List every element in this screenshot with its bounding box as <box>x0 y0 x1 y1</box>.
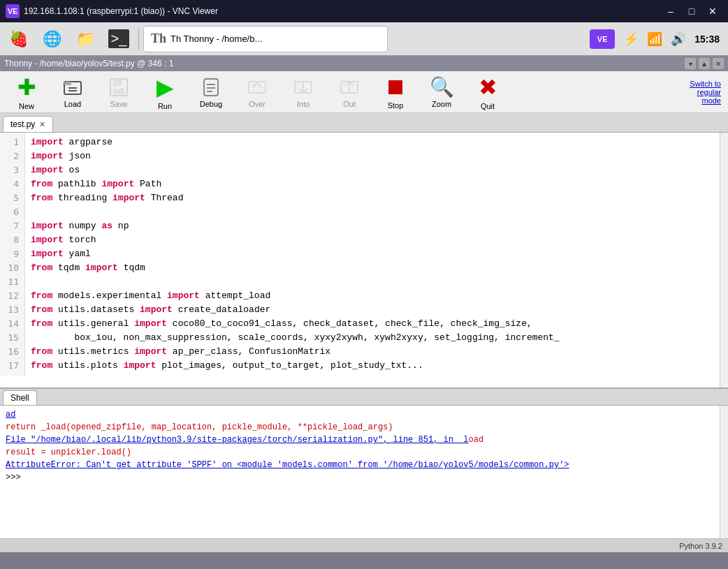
thonny-label: Th Thonny - /home/b... <box>170 34 262 44</box>
shell-prompt: >>> <box>6 473 21 482</box>
volume-icon: 🔊 <box>671 31 686 47</box>
stop-button[interactable]: ⏹ Stop <box>373 74 418 110</box>
app-titlebar-controls: ▾ ▲ ✕ <box>685 58 724 69</box>
run-button[interactable]: ▶ Run <box>143 74 187 110</box>
taskbar-folder[interactable]: 📁 <box>70 25 101 53</box>
new-button[interactable]: ✚ New <box>4 74 49 110</box>
toolbar: ✚ New Load Save ▶ Run <box>0 71 728 113</box>
status-bar: Python 3.9.2 <box>0 538 728 552</box>
into-label: Into <box>297 100 310 108</box>
load-button[interactable]: Load <box>50 74 95 110</box>
new-icon: ✚ <box>17 74 36 101</box>
shell-line-1: ad <box>6 408 722 421</box>
app-minimize-button[interactable]: ▾ <box>685 58 696 69</box>
out-button[interactable]: Out <box>327 74 372 110</box>
title-bar: VE 192.168.1.108:1 (raspberrypi:1 (biao)… <box>0 0 728 22</box>
into-button[interactable]: Into <box>281 74 326 110</box>
close-button[interactable]: ✕ <box>703 1 722 21</box>
maximize-button[interactable]: □ <box>682 1 701 21</box>
folder-icon: 📁 <box>76 30 95 48</box>
line-numbers: 12345 678910 1112131415 1617 <box>0 133 25 376</box>
switch-mode[interactable]: Switch to regular mode <box>687 77 724 108</box>
taskbar-thonny[interactable]: Th Th Thonny - /home/b... <box>143 26 388 52</box>
shell-content[interactable]: ad return _load(opened_zipfile, map_loca… <box>0 406 728 538</box>
shell-scrollbar-v[interactable] <box>720 406 728 538</box>
run-label: Run <box>158 102 172 110</box>
shell-line-6: >>> <box>6 471 722 484</box>
into-icon <box>292 76 314 98</box>
app-titlebar: Thonny - /home/biao/yolov5/test.py @ 346… <box>0 56 728 71</box>
thonny-th-icon: Th <box>151 31 166 46</box>
editor-tab-label: test.py <box>10 119 35 129</box>
save-button[interactable]: Save <box>96 74 141 110</box>
zoom-icon: 🔍 <box>430 75 454 98</box>
editor-tab-bar: test.py ✕ <box>0 113 728 133</box>
svg-rect-6 <box>113 89 124 94</box>
taskbar-time: 15:38 <box>694 34 720 45</box>
svg-rect-1 <box>64 82 71 85</box>
new-label: New <box>19 102 34 110</box>
debug-icon <box>200 76 222 98</box>
over-icon <box>246 76 268 98</box>
shell-line-2: return _load(opened_zipfile, map_locatio… <box>6 421 722 434</box>
out-icon <box>338 76 361 98</box>
bluetooth-icon: ⚡ <box>623 31 639 47</box>
shell-line-4: result = unpickler.load() <box>6 446 722 459</box>
shell-tab[interactable]: Shell <box>3 390 37 405</box>
app-title: Thonny - /home/biao/yolov5/test.py @ 346… <box>4 59 173 68</box>
load-label: Load <box>64 100 81 108</box>
load-icon <box>61 76 84 98</box>
raspberry-icon: 🍓 <box>9 30 28 48</box>
title-bar-controls: – □ ✕ <box>661 1 722 21</box>
quit-label: Quit <box>481 102 495 110</box>
editor-scroll[interactable]: 12345 678910 1112131415 1617 import argp… <box>0 133 728 387</box>
save-icon <box>108 76 130 98</box>
zoom-button[interactable]: 🔍 Zoom <box>419 74 464 110</box>
code-container: 12345 678910 1112131415 1617 import argp… <box>0 133 728 376</box>
debug-button[interactable]: Debug <box>189 74 233 110</box>
taskbar: 🍓 🌐 📁 >_ Th Th Thonny - /home/b... VE ⚡ … <box>0 22 728 56</box>
stop-label: Stop <box>388 101 404 110</box>
zoom-label: Zoom <box>432 100 451 108</box>
shell-section: Shell ad return _load(opened_zipfile, ma… <box>0 387 728 538</box>
title-bar-text: 192.168.1.108:1 (raspberrypi:1 (biao)) -… <box>24 6 218 16</box>
taskbar-globe[interactable]: 🌐 <box>36 25 67 53</box>
shell-tab-bar: Shell <box>0 389 728 406</box>
shell-error-2: result = unpickler.load() <box>6 448 131 457</box>
editor-tab[interactable]: test.py ✕ <box>3 116 53 132</box>
run-icon: ▶ <box>156 74 174 101</box>
taskbar-separator <box>138 28 139 50</box>
editor-tab-close[interactable]: ✕ <box>39 120 45 129</box>
terminal-icon: >_ <box>108 29 130 48</box>
shell-link-attr[interactable]: AttributeError: Can't get attribute 'SPP… <box>6 460 569 470</box>
taskbar-raspberry[interactable]: 🍓 <box>3 25 34 53</box>
status-text: Python 3.9.2 <box>679 542 722 550</box>
over-button[interactable]: Over <box>235 74 279 110</box>
save-label: Save <box>110 100 127 108</box>
shell-link-ad[interactable]: ad <box>6 410 15 420</box>
minimize-button[interactable]: – <box>661 1 680 21</box>
editor-area[interactable]: 12345 678910 1112131415 1617 import argp… <box>0 133 728 387</box>
taskbar-right: VE ⚡ 📶 🔊 15:38 <box>590 29 725 49</box>
quit-icon: ✖ <box>479 74 497 101</box>
taskbar-terminal[interactable]: >_ <box>103 25 134 53</box>
app-maximize-button[interactable]: ▲ <box>699 58 710 69</box>
app-close-button[interactable]: ✕ <box>713 58 724 69</box>
quit-button[interactable]: ✖ Quit <box>465 74 510 110</box>
app-window: Thonny - /home/biao/yolov5/test.py @ 346… <box>0 56 728 569</box>
title-bar-left: VE 192.168.1.108:1 (raspberrypi:1 (biao)… <box>6 4 218 18</box>
shell-link-file[interactable]: File "/home/biao/.local/lib/python3.9/si… <box>6 435 469 445</box>
out-label: Out <box>343 100 356 108</box>
code-content[interactable]: import argparse import json import os fr… <box>25 133 728 376</box>
shell-error-1: return _load(opened_zipfile, map_locatio… <box>6 422 393 432</box>
shell-tab-label: Shell <box>10 393 29 403</box>
over-label: Over <box>249 100 265 108</box>
debug-label: Debug <box>200 100 222 108</box>
globe-icon: 🌐 <box>43 30 61 48</box>
taskbar-vnc-icon: VE <box>590 29 615 49</box>
vnc-icon: VE <box>6 4 20 18</box>
editor-scrollbar-v[interactable] <box>720 133 728 387</box>
shell-line-5: AttributeError: Can't get attribute 'SPP… <box>6 459 722 471</box>
wifi-icon: 📶 <box>647 31 662 47</box>
svg-rect-5 <box>113 79 122 86</box>
